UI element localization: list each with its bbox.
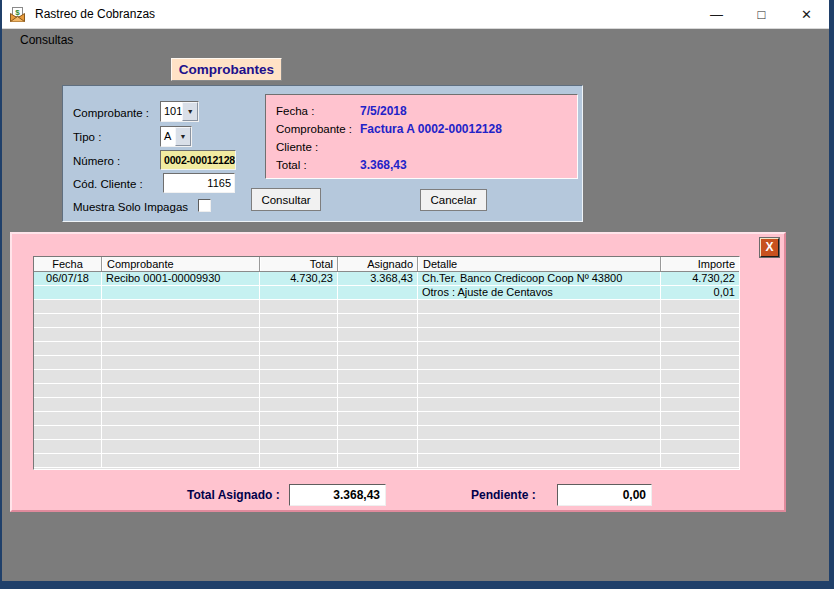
comprobante-label: Comprobante : bbox=[73, 107, 149, 119]
column-header-5[interactable]: Importe bbox=[661, 257, 739, 271]
tipo-select[interactable]: A ▼ bbox=[160, 126, 192, 147]
table-cell bbox=[260, 342, 338, 355]
column-header-2[interactable]: Total bbox=[260, 257, 338, 271]
table-cell[interactable]: Ch.Ter. Banco Credicoop Coop Nº 43800 bbox=[418, 272, 661, 285]
close-results-icon[interactable]: X bbox=[760, 238, 779, 257]
page-title: Comprobantes bbox=[171, 58, 282, 81]
table-row[interactable]: 06/07/18Recibo 0001-000099304.730,233.36… bbox=[34, 272, 739, 286]
column-header-1[interactable]: Comprobante bbox=[102, 257, 260, 271]
table-cell bbox=[661, 314, 739, 327]
info-row-cliente: Cliente : bbox=[276, 138, 577, 156]
info-row-fecha: Fecha : 7/5/2018 bbox=[276, 102, 577, 120]
table-cell bbox=[338, 384, 418, 397]
table-cell bbox=[338, 426, 418, 439]
menu-bar: Consultas bbox=[2, 29, 829, 50]
menu-item-consultas[interactable]: Consultas bbox=[16, 31, 77, 49]
window-title: Rastreo de Cobranzas bbox=[35, 7, 155, 21]
table-cell[interactable] bbox=[34, 286, 102, 299]
total-value: 3.368,43 bbox=[360, 158, 407, 172]
empty-row bbox=[34, 314, 739, 328]
table-cell bbox=[102, 412, 260, 425]
table-cell[interactable] bbox=[102, 286, 260, 299]
table-cell bbox=[102, 300, 260, 313]
chevron-down-icon[interactable]: ▼ bbox=[182, 102, 198, 121]
table-cell[interactable] bbox=[338, 286, 418, 299]
column-header-0[interactable]: Fecha bbox=[34, 257, 102, 271]
app-window: $ Rastreo de Cobranzas — □ ✕ Consultas C… bbox=[2, 0, 829, 581]
numero-input[interactable]: 0002-00012128 bbox=[160, 150, 236, 170]
svg-text:$: $ bbox=[15, 8, 20, 17]
info-row-total: Total : 3.368,43 bbox=[276, 156, 577, 174]
table-cell bbox=[338, 398, 418, 411]
table-cell bbox=[260, 328, 338, 341]
column-header-4[interactable]: Detalle bbox=[418, 257, 661, 271]
cancelar-button[interactable]: Cancelar bbox=[420, 189, 487, 211]
title-bar: $ Rastreo de Cobranzas — □ ✕ bbox=[2, 0, 829, 29]
info-row-comprobante: Comprobante : Factura A 0002-00012128 bbox=[276, 120, 577, 138]
table-cell bbox=[418, 370, 661, 383]
table-cell bbox=[260, 440, 338, 453]
table-cell bbox=[418, 412, 661, 425]
empty-row bbox=[34, 370, 739, 384]
table-cell bbox=[418, 356, 661, 369]
empty-row bbox=[34, 412, 739, 426]
muestra-solo-impagas-label: Muestra Solo Impagas bbox=[73, 201, 188, 213]
table-cell bbox=[338, 412, 418, 425]
comprobante-select[interactable]: 101 ▼ bbox=[160, 101, 199, 122]
pendiente-field[interactable]: 0,00 bbox=[557, 484, 652, 506]
table-cell bbox=[418, 342, 661, 355]
table-cell bbox=[338, 328, 418, 341]
form-area: Comprobantes Comprobante : 101 ▼ Tipo : … bbox=[2, 50, 829, 581]
table-cell[interactable]: 0,01 bbox=[661, 286, 739, 299]
total-asignado-field[interactable]: 3.368,43 bbox=[289, 484, 386, 506]
table-cell bbox=[260, 300, 338, 313]
table-cell[interactable]: 4.730,23 bbox=[260, 272, 338, 285]
table-cell[interactable]: 06/07/18 bbox=[34, 272, 102, 285]
results-grid: FechaComprobanteTotalAsignadoDetalleImpo… bbox=[33, 256, 740, 470]
empty-row bbox=[34, 440, 739, 454]
table-cell bbox=[661, 398, 739, 411]
cod-cliente-input[interactable]: 1165 bbox=[163, 173, 235, 193]
maximize-icon[interactable]: □ bbox=[739, 0, 784, 28]
table-cell bbox=[34, 384, 102, 397]
grid-body: 06/07/18Recibo 0001-000099304.730,233.36… bbox=[34, 272, 739, 468]
column-header-3[interactable]: Asignado bbox=[338, 257, 418, 271]
table-cell bbox=[102, 384, 260, 397]
table-cell[interactable]: Recibo 0001-00009930 bbox=[102, 272, 260, 285]
table-cell bbox=[260, 426, 338, 439]
empty-row bbox=[34, 426, 739, 440]
table-cell bbox=[338, 440, 418, 453]
table-cell bbox=[102, 370, 260, 383]
table-cell[interactable]: 3.368,43 bbox=[338, 272, 418, 285]
table-cell bbox=[34, 314, 102, 327]
table-cell[interactable]: 4.730,22 bbox=[661, 272, 739, 285]
table-cell bbox=[661, 328, 739, 341]
table-cell[interactable] bbox=[260, 286, 338, 299]
fecha-value: 7/5/2018 bbox=[360, 104, 407, 118]
empty-row bbox=[34, 342, 739, 356]
table-cell bbox=[418, 440, 661, 453]
table-cell bbox=[338, 356, 418, 369]
table-cell bbox=[418, 314, 661, 327]
table-cell bbox=[260, 412, 338, 425]
table-cell bbox=[34, 454, 102, 467]
desktop-background: $ Rastreo de Cobranzas — □ ✕ Consultas C… bbox=[0, 0, 834, 589]
cliente-label: Cliente : bbox=[276, 141, 360, 153]
chevron-down-icon[interactable]: ▼ bbox=[175, 127, 191, 146]
table-cell[interactable]: Otros : Ajuste de Centavos bbox=[418, 286, 661, 299]
empty-row bbox=[34, 398, 739, 412]
window-controls: — □ ✕ bbox=[694, 0, 829, 28]
consultar-button[interactable]: Consultar bbox=[251, 188, 321, 211]
table-cell bbox=[338, 300, 418, 313]
table-cell bbox=[102, 356, 260, 369]
table-cell bbox=[34, 412, 102, 425]
table-cell bbox=[661, 454, 739, 467]
comprobante-select-value: 101 bbox=[161, 102, 182, 121]
close-icon[interactable]: ✕ bbox=[784, 0, 829, 28]
table-row[interactable]: Otros : Ajuste de Centavos0,01 bbox=[34, 286, 739, 300]
table-cell bbox=[102, 314, 260, 327]
minimize-icon[interactable]: — bbox=[694, 0, 739, 28]
total-label: Total : bbox=[276, 159, 360, 171]
table-cell bbox=[418, 454, 661, 467]
muestra-solo-impagas-checkbox[interactable] bbox=[198, 199, 211, 212]
